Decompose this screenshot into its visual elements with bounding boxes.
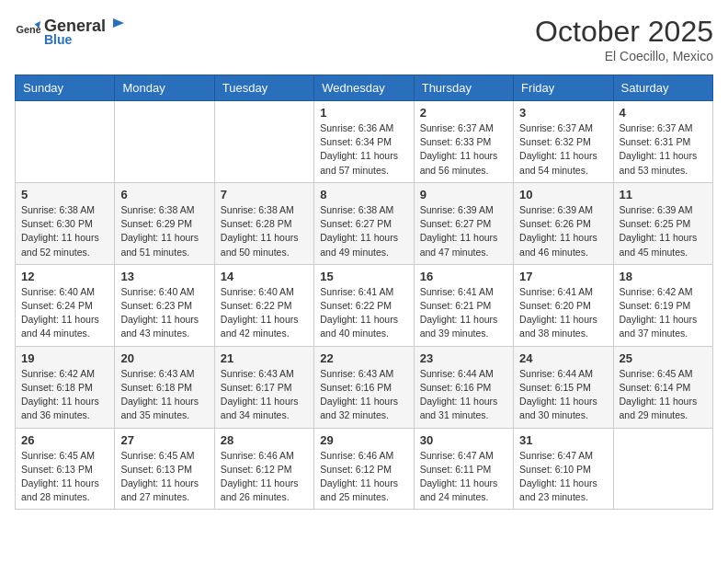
day-number: 5 bbox=[21, 188, 108, 201]
day-number: 21 bbox=[221, 351, 308, 365]
logo-arrow-icon bbox=[108, 15, 124, 31]
page-header: General General Blue October 2025 El Coe… bbox=[15, 15, 713, 63]
day-cell: 23Sunrise: 6:44 AMSunset: 6:16 PMDayligh… bbox=[414, 346, 513, 428]
day-cell bbox=[16, 101, 115, 183]
day-number: 6 bbox=[120, 188, 208, 201]
day-number: 29 bbox=[320, 433, 407, 447]
day-info: Sunrise: 6:39 AMSunset: 6:26 PMDaylight:… bbox=[519, 203, 607, 259]
day-cell bbox=[115, 101, 214, 183]
calendar-header-row: SundayMondayTuesdayWednesdayThursdayFrid… bbox=[16, 75, 713, 101]
day-info: Sunrise: 6:45 AMSunset: 6:13 PMDaylight:… bbox=[21, 449, 108, 505]
day-info: Sunrise: 6:39 AMSunset: 6:27 PMDaylight:… bbox=[420, 203, 507, 259]
day-number: 13 bbox=[120, 270, 208, 283]
day-number: 11 bbox=[620, 188, 707, 201]
logo: General General Blue bbox=[15, 15, 126, 47]
day-number: 23 bbox=[420, 351, 507, 365]
day-cell: 18Sunrise: 6:42 AMSunset: 6:19 PMDayligh… bbox=[613, 264, 712, 346]
day-info: Sunrise: 6:41 AMSunset: 6:20 PMDaylight:… bbox=[519, 285, 607, 341]
day-number: 26 bbox=[21, 433, 108, 447]
day-cell: 15Sunrise: 6:41 AMSunset: 6:22 PMDayligh… bbox=[314, 264, 414, 346]
day-cell: 8Sunrise: 6:38 AMSunset: 6:27 PMDaylight… bbox=[314, 182, 414, 264]
day-info: Sunrise: 6:46 AMSunset: 6:12 PMDaylight:… bbox=[221, 449, 308, 505]
day-info: Sunrise: 6:37 AMSunset: 6:32 PMDaylight:… bbox=[519, 121, 607, 178]
day-cell: 9Sunrise: 6:39 AMSunset: 6:27 PMDaylight… bbox=[414, 182, 513, 264]
day-info: Sunrise: 6:37 AMSunset: 6:31 PMDaylight:… bbox=[620, 121, 707, 178]
day-number: 22 bbox=[320, 351, 407, 365]
day-cell: 13Sunrise: 6:40 AMSunset: 6:23 PMDayligh… bbox=[115, 264, 214, 346]
day-info: Sunrise: 6:39 AMSunset: 6:25 PMDaylight:… bbox=[620, 203, 707, 259]
day-cell: 22Sunrise: 6:43 AMSunset: 6:16 PMDayligh… bbox=[314, 346, 414, 428]
day-info: Sunrise: 6:40 AMSunset: 6:23 PMDaylight:… bbox=[120, 285, 208, 341]
day-info: Sunrise: 6:36 AMSunset: 6:34 PMDaylight:… bbox=[320, 121, 407, 178]
day-info: Sunrise: 6:37 AMSunset: 6:33 PMDaylight:… bbox=[420, 121, 507, 178]
day-number: 9 bbox=[420, 188, 507, 201]
column-header-saturday: Saturday bbox=[613, 75, 712, 101]
day-cell: 30Sunrise: 6:47 AMSunset: 6:11 PMDayligh… bbox=[414, 428, 513, 510]
day-info: Sunrise: 6:43 AMSunset: 6:18 PMDaylight:… bbox=[120, 367, 208, 423]
day-number: 27 bbox=[120, 433, 208, 447]
day-number: 20 bbox=[120, 351, 208, 365]
day-cell: 7Sunrise: 6:38 AMSunset: 6:28 PMDaylight… bbox=[214, 182, 313, 264]
week-row-1: 1Sunrise: 6:36 AMSunset: 6:34 PMDaylight… bbox=[16, 101, 713, 183]
day-cell: 21Sunrise: 6:43 AMSunset: 6:17 PMDayligh… bbox=[214, 346, 313, 428]
column-header-thursday: Thursday bbox=[414, 75, 513, 101]
title-block: October 2025 El Coecillo, Mexico bbox=[535, 15, 713, 63]
day-cell bbox=[214, 101, 313, 183]
day-cell: 2Sunrise: 6:37 AMSunset: 6:33 PMDaylight… bbox=[414, 101, 513, 183]
day-info: Sunrise: 6:38 AMSunset: 6:27 PMDaylight:… bbox=[320, 203, 407, 259]
day-number: 15 bbox=[320, 270, 407, 283]
day-info: Sunrise: 6:41 AMSunset: 6:22 PMDaylight:… bbox=[320, 285, 407, 341]
column-header-sunday: Sunday bbox=[16, 75, 115, 101]
logo-icon: General bbox=[15, 18, 40, 44]
day-number: 3 bbox=[519, 106, 607, 120]
day-info: Sunrise: 6:38 AMSunset: 6:29 PMDaylight:… bbox=[120, 203, 208, 259]
location: El Coecillo, Mexico bbox=[535, 49, 713, 63]
day-info: Sunrise: 6:47 AMSunset: 6:10 PMDaylight:… bbox=[519, 449, 607, 505]
day-number: 12 bbox=[21, 270, 108, 283]
svg-marker-2 bbox=[113, 18, 124, 28]
day-cell: 20Sunrise: 6:43 AMSunset: 6:18 PMDayligh… bbox=[115, 346, 214, 428]
week-row-5: 26Sunrise: 6:45 AMSunset: 6:13 PMDayligh… bbox=[16, 428, 713, 510]
day-number: 28 bbox=[221, 433, 308, 447]
day-info: Sunrise: 6:47 AMSunset: 6:11 PMDaylight:… bbox=[420, 449, 507, 505]
day-cell: 17Sunrise: 6:41 AMSunset: 6:20 PMDayligh… bbox=[514, 264, 613, 346]
column-header-monday: Monday bbox=[115, 75, 214, 101]
week-row-3: 12Sunrise: 6:40 AMSunset: 6:24 PMDayligh… bbox=[16, 264, 713, 346]
day-cell: 12Sunrise: 6:40 AMSunset: 6:24 PMDayligh… bbox=[16, 264, 115, 346]
day-number: 2 bbox=[420, 106, 507, 120]
day-info: Sunrise: 6:46 AMSunset: 6:12 PMDaylight:… bbox=[320, 449, 407, 505]
day-cell: 14Sunrise: 6:40 AMSunset: 6:22 PMDayligh… bbox=[214, 264, 313, 346]
day-cell: 5Sunrise: 6:38 AMSunset: 6:30 PMDaylight… bbox=[16, 182, 115, 264]
day-number: 25 bbox=[620, 351, 707, 365]
day-cell: 4Sunrise: 6:37 AMSunset: 6:31 PMDaylight… bbox=[613, 101, 712, 183]
day-cell: 16Sunrise: 6:41 AMSunset: 6:21 PMDayligh… bbox=[414, 264, 513, 346]
day-number: 31 bbox=[519, 433, 607, 447]
day-cell: 29Sunrise: 6:46 AMSunset: 6:12 PMDayligh… bbox=[314, 428, 414, 510]
day-number: 4 bbox=[620, 106, 707, 120]
day-number: 1 bbox=[320, 106, 407, 120]
week-row-4: 19Sunrise: 6:42 AMSunset: 6:18 PMDayligh… bbox=[16, 346, 713, 428]
day-info: Sunrise: 6:44 AMSunset: 6:15 PMDaylight:… bbox=[519, 367, 607, 423]
day-cell: 10Sunrise: 6:39 AMSunset: 6:26 PMDayligh… bbox=[514, 182, 613, 264]
day-cell: 11Sunrise: 6:39 AMSunset: 6:25 PMDayligh… bbox=[613, 182, 712, 264]
month-title: October 2025 bbox=[535, 15, 713, 49]
week-row-2: 5Sunrise: 6:38 AMSunset: 6:30 PMDaylight… bbox=[16, 182, 713, 264]
day-info: Sunrise: 6:45 AMSunset: 6:14 PMDaylight:… bbox=[620, 367, 707, 423]
column-header-tuesday: Tuesday bbox=[214, 75, 313, 101]
day-cell: 25Sunrise: 6:45 AMSunset: 6:14 PMDayligh… bbox=[613, 346, 712, 428]
day-info: Sunrise: 6:42 AMSunset: 6:19 PMDaylight:… bbox=[620, 285, 707, 341]
day-cell bbox=[613, 428, 712, 510]
column-header-friday: Friday bbox=[514, 75, 613, 101]
day-cell: 3Sunrise: 6:37 AMSunset: 6:32 PMDaylight… bbox=[514, 101, 613, 183]
day-number: 17 bbox=[519, 270, 607, 283]
day-info: Sunrise: 6:38 AMSunset: 6:30 PMDaylight:… bbox=[21, 203, 108, 259]
day-cell: 31Sunrise: 6:47 AMSunset: 6:10 PMDayligh… bbox=[514, 428, 613, 510]
day-cell: 24Sunrise: 6:44 AMSunset: 6:15 PMDayligh… bbox=[514, 346, 613, 428]
day-number: 10 bbox=[519, 188, 607, 201]
day-cell: 1Sunrise: 6:36 AMSunset: 6:34 PMDaylight… bbox=[314, 101, 414, 183]
day-number: 30 bbox=[420, 433, 507, 447]
day-info: Sunrise: 6:43 AMSunset: 6:17 PMDaylight:… bbox=[221, 367, 308, 423]
calendar-table: SundayMondayTuesdayWednesdayThursdayFrid… bbox=[15, 75, 713, 510]
day-number: 18 bbox=[620, 270, 707, 283]
day-info: Sunrise: 6:40 AMSunset: 6:24 PMDaylight:… bbox=[21, 285, 108, 341]
